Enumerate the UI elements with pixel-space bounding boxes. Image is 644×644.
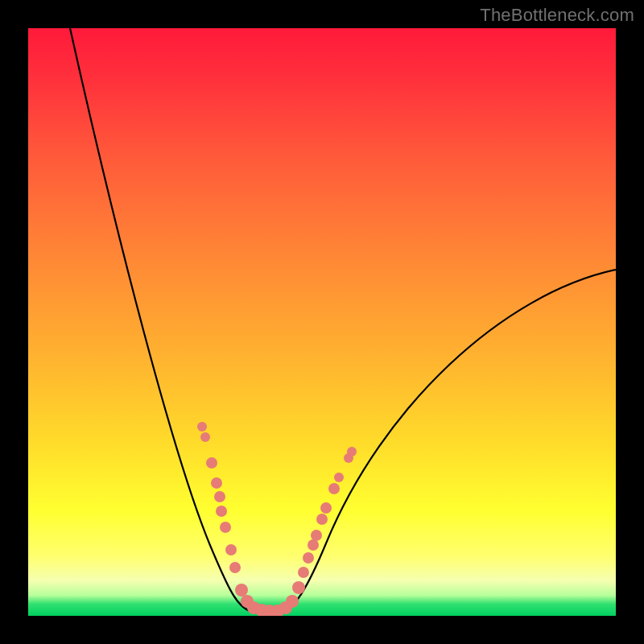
dot xyxy=(334,473,344,482)
dot xyxy=(216,506,227,517)
chart-svg xyxy=(28,28,616,616)
dot xyxy=(308,539,319,551)
dot xyxy=(311,530,322,541)
dot xyxy=(320,502,332,514)
chart-frame: TheBottleneck.com xyxy=(0,0,644,644)
dot xyxy=(197,422,207,431)
dot xyxy=(229,562,241,573)
dot xyxy=(225,544,237,555)
dot xyxy=(292,581,305,594)
dot xyxy=(298,567,309,578)
dot xyxy=(347,447,357,456)
dot xyxy=(286,595,299,608)
dot xyxy=(328,483,340,494)
dot xyxy=(235,584,248,597)
dot xyxy=(316,514,328,525)
dot xyxy=(211,477,222,489)
highlighted-points xyxy=(197,422,357,616)
dot xyxy=(303,552,314,564)
dot xyxy=(220,522,231,533)
bottleneck-curve xyxy=(70,28,616,612)
dot xyxy=(200,432,210,442)
plot-area xyxy=(28,28,616,616)
dot xyxy=(206,457,217,469)
dot xyxy=(214,491,225,502)
watermark-text: TheBottleneck.com xyxy=(480,5,634,26)
